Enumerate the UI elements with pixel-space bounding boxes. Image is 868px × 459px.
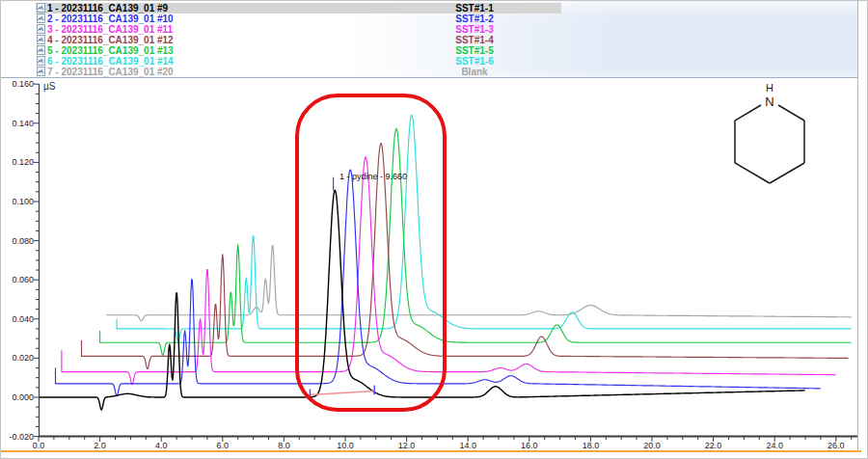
y-tick-label: 0.100 <box>12 197 34 206</box>
x-tick-label: 26.0 <box>827 441 845 450</box>
x-tick-label: 4.0 <box>155 441 168 450</box>
series-trace-7 <box>106 246 852 321</box>
y-tick-label: 0.000 <box>12 392 34 402</box>
y-tick-label: 0.040 <box>12 314 34 324</box>
hydrogen-atom-label: H <box>766 82 773 94</box>
x-tick-label: 18.0 <box>583 441 600 450</box>
pane-right-border <box>857 0 858 450</box>
x-tick-label: 20.0 <box>643 441 661 450</box>
hexagon-ring <box>735 105 804 183</box>
y-tick-label: 0.080 <box>12 236 34 246</box>
x-tick-label: 0.0 <box>33 441 45 450</box>
y-tick-label: 0.020 <box>12 353 34 363</box>
x-tick-label: 22.0 <box>705 441 722 450</box>
pane-selection-accent <box>1 450 861 452</box>
nitrogen-atom-label: N <box>765 94 773 109</box>
highlight-annotation-box <box>295 94 446 412</box>
x-tick-label: 6.0 <box>217 441 230 450</box>
series-trace-3 <box>62 157 836 385</box>
molecule-structure: N H <box>716 81 824 189</box>
y-tick-label: 0.060 <box>12 275 34 284</box>
y-axis-unit-label: µS <box>43 81 55 92</box>
y-tick-label: 0.160 <box>12 79 34 89</box>
x-tick-label: 14.0 <box>459 441 476 450</box>
y-tick-label: 0.140 <box>12 119 34 128</box>
x-tick-label: 24.0 <box>766 441 783 450</box>
x-tick-label: 2.0 <box>94 441 106 450</box>
x-tick-label: 16.0 <box>521 441 538 450</box>
x-tick-label: 8.0 <box>278 441 290 450</box>
x-tick-label: 10.0 <box>337 441 354 450</box>
y-tick-label: -0.020 <box>9 432 34 442</box>
x-tick-label: 12.0 <box>398 441 416 450</box>
y-tick-label: 0.120 <box>12 157 34 167</box>
